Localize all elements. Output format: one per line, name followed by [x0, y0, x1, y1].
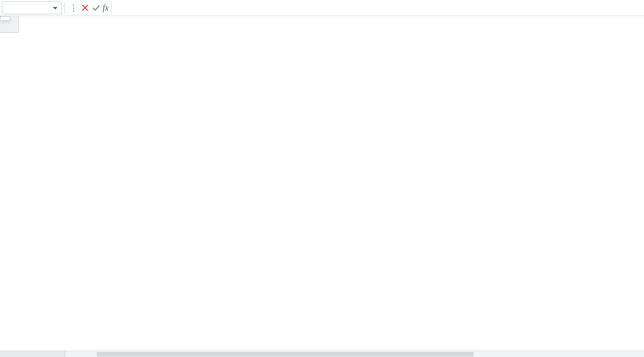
chevron-down-icon	[53, 5, 58, 11]
accept-button[interactable]	[91, 2, 102, 13]
cancel-button[interactable]	[80, 2, 91, 13]
formula-bar: ⋮ fx	[0, 0, 644, 16]
separator	[64, 3, 65, 13]
more-icon[interactable]: ⋮	[68, 3, 80, 13]
scrollbar-thumb[interactable]	[97, 352, 474, 357]
fx-icon[interactable]: fx	[102, 3, 111, 13]
spreadsheet-area	[0, 16, 644, 357]
name-box[interactable]	[2, 1, 62, 14]
formula-input[interactable]	[111, 1, 644, 14]
horizontal-scrollbar[interactable]	[0, 351, 644, 357]
function-tooltip	[0, 16, 10, 21]
sheet-tab-strip[interactable]	[0, 351, 65, 357]
